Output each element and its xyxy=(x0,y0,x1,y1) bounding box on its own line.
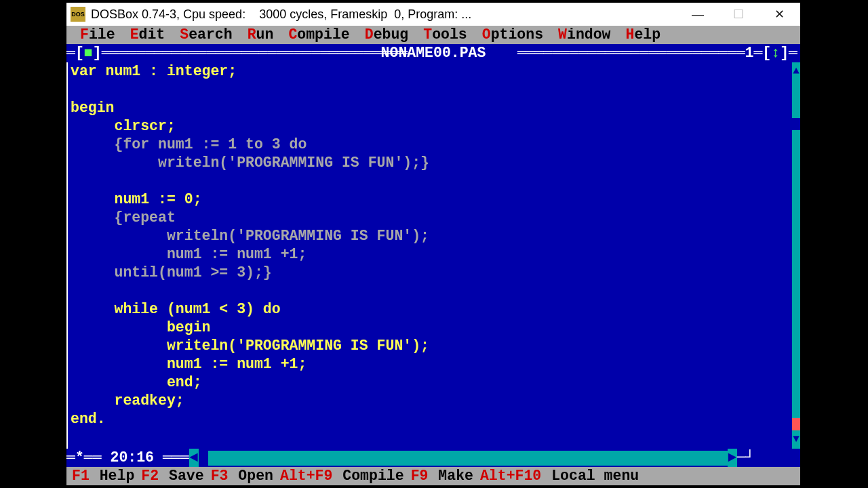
menu-ptions[interactable]: Options xyxy=(482,26,543,44)
scroll-thumb[interactable] xyxy=(792,118,800,130)
vertical-scrollbar[interactable]: ▲ ▼ xyxy=(792,62,800,449)
scroll-track[interactable] xyxy=(792,81,800,430)
status-f2[interactable]: F2 Save xyxy=(141,467,203,485)
code-line[interactable]: {for num1 := 1 to 3 do xyxy=(66,136,792,154)
scroll-marker xyxy=(792,418,800,430)
menu-elp[interactable]: Help xyxy=(626,26,661,44)
status-f9[interactable]: F9 Make xyxy=(411,467,473,485)
code-line[interactable]: {repeat xyxy=(66,209,792,227)
code-line[interactable] xyxy=(66,282,792,300)
window-title: DOSBox 0.74-3, Cpu speed: 3000 cycles, F… xyxy=(91,7,688,22)
status-bar: F1 HelpF2 SaveF3 OpenAlt+F9 CompileF9 Ma… xyxy=(66,467,800,485)
hscroll-thumb[interactable] xyxy=(199,451,208,466)
menu-earch[interactable]: Search xyxy=(180,26,232,44)
editor-window: ═[■]═══════════════════════════════════ … xyxy=(66,44,800,467)
editor-body[interactable]: var num1 : integer;begin clrscr; {for nu… xyxy=(66,62,792,449)
scroll-down-icon[interactable]: ▼ xyxy=(792,430,800,449)
dos-screen: FileEditSearchRunCompileDebugToolsOption… xyxy=(66,26,800,485)
menu-ompile[interactable]: Compile xyxy=(288,26,349,44)
code-line[interactable] xyxy=(66,81,792,99)
status-alt-f10[interactable]: Alt+F10 Local menu xyxy=(480,467,639,485)
code-line[interactable]: until(num1 >= 3);} xyxy=(66,264,792,282)
window-number: 1 xyxy=(745,45,754,61)
editor-frame-bottom: ═*══ 20:16 ═══◄►─┘ xyxy=(66,449,800,467)
code-line[interactable]: num1 := 0; xyxy=(66,190,792,209)
status-alt-f9[interactable]: Alt+F9 Compile xyxy=(280,467,404,485)
menu-ebug[interactable]: Debug xyxy=(365,26,409,44)
status-f1[interactable]: F1 Help xyxy=(72,467,134,485)
editor-filename: NONAME00.PAS xyxy=(372,44,495,62)
app-window: DOS DOSBox 0.74-3, Cpu speed: 3000 cycle… xyxy=(66,3,800,485)
menu-dit[interactable]: Edit xyxy=(130,26,165,44)
code-line[interactable]: num1 := num1 +1; xyxy=(66,245,792,264)
menu-bar[interactable]: FileEditSearchRunCompileDebugToolsOption… xyxy=(66,26,800,44)
code-line[interactable]: begin xyxy=(66,319,792,337)
menu-un[interactable]: Run xyxy=(248,26,274,44)
status-f3[interactable]: F3 Open xyxy=(211,467,273,485)
app-icon: DOS xyxy=(71,7,85,22)
scroll-left-icon[interactable]: ◄ xyxy=(189,449,199,467)
cursor-position: 20:16 xyxy=(102,449,163,467)
minimize-button[interactable]: — xyxy=(688,6,708,22)
scroll-up-icon[interactable]: ▲ xyxy=(792,62,800,81)
code-line[interactable]: writeln('PROGRAMMING IS FUN'); xyxy=(66,227,792,245)
code-line[interactable]: end. xyxy=(66,410,792,428)
code-line[interactable] xyxy=(66,172,792,190)
code-line[interactable]: writeln('PROGRAMMING IS FUN'); xyxy=(66,337,792,355)
menu-ile[interactable]: File xyxy=(80,26,115,44)
menu-ools[interactable]: Tools xyxy=(423,26,467,44)
hscroll-track[interactable] xyxy=(199,451,728,466)
close-button[interactable]: ✕ xyxy=(769,6,789,22)
code-line[interactable]: end; xyxy=(66,373,792,392)
maximize-button[interactable]: ☐ xyxy=(728,6,749,22)
code-line[interactable]: var num1 : integer; xyxy=(66,62,792,81)
menu-indow[interactable]: Window xyxy=(558,26,610,44)
scroll-right-icon[interactable]: ► xyxy=(728,449,737,467)
code-line[interactable]: num1 := num1 +1; xyxy=(66,355,792,373)
code-line[interactable]: begin xyxy=(66,99,792,117)
code-line[interactable]: writeln('PROGRAMMING IS FUN');} xyxy=(66,154,792,172)
window-titlebar[interactable]: DOS DOSBox 0.74-3, Cpu speed: 3000 cycle… xyxy=(66,3,800,26)
code-line[interactable]: readkey; xyxy=(66,392,792,410)
code-line[interactable]: while (num1 < 3) do xyxy=(66,300,792,319)
editor-frame-top: ═[■]═══════════════════════════════════ … xyxy=(66,44,800,62)
code-line[interactable]: clrscr; xyxy=(66,117,792,136)
